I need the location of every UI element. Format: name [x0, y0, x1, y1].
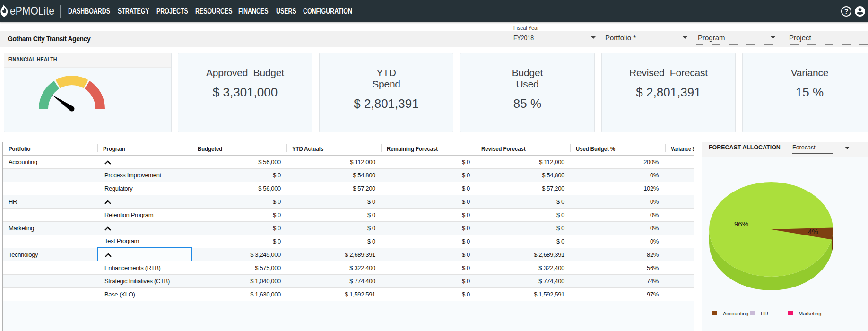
svg-text:4%: 4%	[808, 227, 818, 235]
svg-text:96%: 96%	[734, 220, 748, 228]
svg-text:?: ?	[844, 8, 849, 15]
